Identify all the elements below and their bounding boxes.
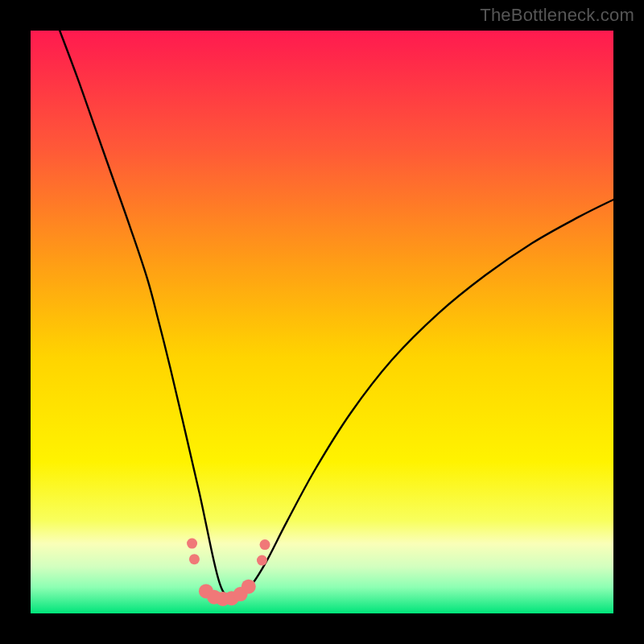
frame: TheBottleneck.com bbox=[0, 0, 644, 644]
chart-canvas bbox=[31, 31, 613, 613]
plot-area bbox=[31, 31, 613, 613]
watermark-text: TheBottleneck.com bbox=[480, 5, 634, 26]
